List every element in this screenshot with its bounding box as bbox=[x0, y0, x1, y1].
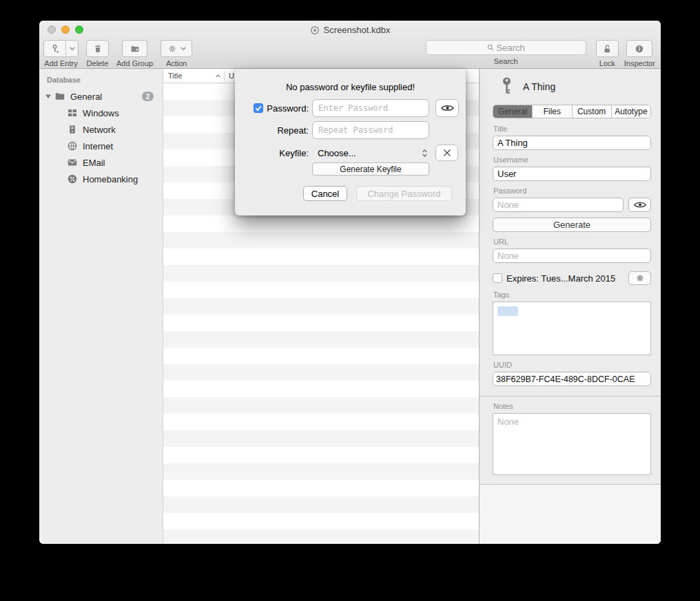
password-field[interactable] bbox=[493, 198, 624, 212]
uuid-field-label: UUID bbox=[493, 361, 651, 369]
search-group: Search Search bbox=[426, 40, 586, 65]
keyfile-row: Keyfile: Choose... bbox=[235, 145, 466, 161]
expires-settings-button[interactable] bbox=[628, 271, 651, 285]
column-header-title[interactable]: Title bbox=[163, 72, 224, 80]
expires-row: Expires: Tues...March 2015 bbox=[493, 271, 651, 285]
lock-open-icon bbox=[602, 44, 612, 54]
action-label: Action bbox=[166, 59, 187, 67]
window-title-row: Screenshot.kdbx bbox=[39, 23, 661, 36]
delete-group: Delete bbox=[86, 40, 109, 67]
eye-icon bbox=[441, 104, 454, 112]
search-icon bbox=[487, 44, 494, 51]
clear-keyfile-button[interactable] bbox=[435, 145, 458, 161]
info-icon bbox=[635, 44, 644, 54]
action-group: Action bbox=[161, 40, 192, 67]
url-field[interactable] bbox=[493, 249, 651, 263]
sidebar-item-windows[interactable]: Windows bbox=[39, 105, 163, 121]
inspector-label: Inspector bbox=[624, 59, 655, 67]
sidebar-item-label: Homebanking bbox=[83, 174, 138, 184]
cancel-button[interactable]: Cancel bbox=[303, 186, 347, 201]
reveal-password-button[interactable] bbox=[435, 99, 459, 117]
search-label: Search bbox=[494, 57, 518, 65]
username-field[interactable] bbox=[493, 167, 651, 181]
url-field-label: URL bbox=[493, 238, 651, 246]
chevron-down-icon bbox=[181, 47, 186, 50]
repeat-row: Repeat: bbox=[235, 121, 466, 139]
add-group-group: Add Group bbox=[116, 40, 153, 67]
change-password-button[interactable]: Change Password bbox=[356, 186, 452, 201]
tag-chip[interactable] bbox=[497, 306, 518, 316]
add-entry-button[interactable] bbox=[44, 40, 66, 57]
sheet-message: No password or keyfile supplied! bbox=[235, 82, 466, 92]
title-toolbar: Screenshot.kdbx Add Entry Delete bbox=[39, 21, 661, 69]
entry-count-badge: 2 bbox=[142, 92, 154, 101]
tags-box[interactable] bbox=[493, 302, 651, 355]
close-x-icon bbox=[443, 149, 451, 157]
notes-field[interactable] bbox=[493, 413, 651, 475]
inspector-button[interactable] bbox=[626, 40, 652, 57]
inspector-group: Inspector bbox=[624, 40, 655, 67]
column-header-username[interactable]: U bbox=[225, 72, 234, 80]
gear-icon bbox=[635, 273, 645, 283]
tab-general[interactable]: General bbox=[493, 105, 533, 118]
repeat-label: Repeat: bbox=[277, 125, 309, 136]
sidebar-item-network[interactable]: Network bbox=[39, 121, 163, 138]
keyfile-value: Choose... bbox=[318, 148, 356, 158]
gear-icon bbox=[167, 44, 177, 54]
lock-label: Lock bbox=[599, 59, 615, 67]
windows-icon bbox=[67, 107, 78, 118]
entry-title: A Thing bbox=[523, 81, 555, 92]
chevron-down-icon bbox=[70, 47, 75, 50]
tab-autotype[interactable]: Autotype bbox=[612, 105, 650, 118]
sidebar-item-internet[interactable]: Internet bbox=[39, 138, 163, 154]
sidebar-item-label: General bbox=[70, 92, 102, 102]
inspector-footer bbox=[480, 484, 661, 544]
generate-password-button[interactable]: Generate bbox=[493, 218, 651, 232]
sidebar-item-general[interactable]: General 2 bbox=[39, 88, 163, 105]
password-checkbox[interactable] bbox=[254, 103, 263, 113]
uuid-field[interactable] bbox=[493, 372, 651, 386]
folder-icon bbox=[54, 91, 65, 102]
sidebar-item-email[interactable]: EMail bbox=[39, 154, 163, 171]
add-entry-label: Add Entry bbox=[44, 59, 77, 67]
title-field-label: Title bbox=[493, 125, 651, 133]
repeat-password-field[interactable] bbox=[312, 121, 429, 139]
stepper-icon bbox=[422, 149, 428, 158]
reveal-password-button[interactable] bbox=[628, 198, 651, 212]
inspector-tabs: General Files Custom Autotype bbox=[493, 105, 651, 118]
sidebar-item-homebanking[interactable]: Homebanking bbox=[39, 171, 163, 187]
sidebar-item-label: Windows bbox=[83, 108, 119, 118]
tab-custom[interactable]: Custom bbox=[573, 105, 612, 118]
title-field[interactable] bbox=[493, 136, 651, 150]
action-button[interactable] bbox=[161, 40, 192, 57]
trash-icon bbox=[93, 44, 103, 54]
tab-files[interactable]: Files bbox=[533, 105, 572, 118]
envelope-icon bbox=[67, 157, 78, 168]
lock-button[interactable] bbox=[596, 40, 619, 57]
checkmark-icon bbox=[255, 105, 262, 112]
percent-icon bbox=[67, 173, 78, 184]
generate-keyfile-button[interactable]: Generate Keyfile bbox=[312, 162, 429, 176]
server-icon bbox=[67, 124, 78, 135]
lock-group: Lock bbox=[596, 40, 619, 67]
add-group-button[interactable] bbox=[122, 40, 147, 57]
key-plus-icon bbox=[50, 44, 60, 54]
app-window: Screenshot.kdbx Add Entry Delete bbox=[39, 21, 661, 544]
keyfile-popup[interactable]: Choose... bbox=[312, 145, 429, 161]
expires-label: Expires: Tues...March 2015 bbox=[506, 273, 624, 284]
eye-icon bbox=[634, 201, 646, 209]
window-title: Screenshot.kdbx bbox=[324, 25, 391, 35]
search-input[interactable]: Search bbox=[426, 40, 586, 55]
change-password-sheet: No password or keyfile supplied! Passwor… bbox=[235, 69, 466, 215]
disclosure-triangle-icon[interactable] bbox=[45, 93, 52, 100]
entry-header: A Thing bbox=[493, 69, 651, 105]
delete-button[interactable] bbox=[86, 40, 109, 57]
add-entry-dropdown[interactable] bbox=[66, 40, 78, 57]
key-icon bbox=[501, 76, 513, 97]
enter-password-field[interactable] bbox=[312, 99, 429, 117]
globe-icon bbox=[67, 140, 78, 151]
expires-checkbox[interactable] bbox=[493, 273, 502, 283]
sidebar: Database General 2 Windows Network Inter… bbox=[39, 69, 163, 544]
delete-label: Delete bbox=[87, 59, 109, 67]
sidebar-item-label: EMail bbox=[83, 158, 105, 168]
